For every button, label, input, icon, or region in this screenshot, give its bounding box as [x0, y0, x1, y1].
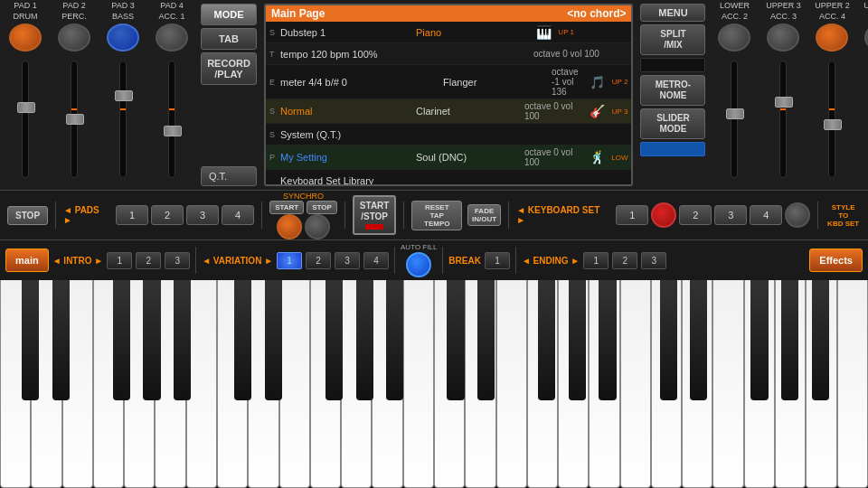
variation-1[interactable]: 1: [277, 252, 302, 269]
black-key-18[interactable]: [750, 280, 768, 400]
qt-button[interactable]: Q.T.: [201, 166, 257, 186]
black-key-10[interactable]: [386, 280, 403, 400]
fade-button[interactable]: FADEIN/OUT: [467, 204, 501, 226]
black-key-16[interactable]: [660, 280, 677, 400]
effects-button[interactable]: Effects: [809, 249, 863, 272]
synchro-round-1[interactable]: [277, 214, 302, 239]
slider-mode-button[interactable]: SLIDER MODE: [640, 108, 705, 139]
display-row-3[interactable]: E meter 4/4 b/# 0 Flanger octave -1 vol …: [266, 65, 631, 99]
pad-btn-r2[interactable]: [767, 23, 799, 52]
row-details-2: octave 0 vol 100: [533, 49, 627, 59]
pad-num-3[interactable]: 3: [186, 205, 219, 225]
display-row-2[interactable]: T tempo 120 bpm 100% octave 0 vol 100: [266, 43, 631, 65]
white-key-24[interactable]: [712, 280, 743, 488]
piano-section: [0, 280, 868, 488]
kbd-num-1[interactable]: 1: [616, 205, 648, 225]
pad-btn-r4[interactable]: [864, 23, 868, 52]
display-row-7[interactable]: Keyboard Set Library: [266, 170, 631, 186]
row-instrument-4: Clarinet: [416, 106, 524, 117]
white-key-28[interactable]: [837, 280, 868, 488]
black-key-20[interactable]: [812, 280, 829, 400]
kbd-num-2[interactable]: 2: [679, 205, 712, 225]
black-key-14[interactable]: [569, 280, 586, 400]
fader-thumb-1[interactable]: [17, 102, 35, 113]
black-key-17[interactable]: [690, 280, 707, 400]
fader-track-r1[interactable]: [731, 61, 738, 178]
pad-num-2[interactable]: 2: [151, 205, 184, 225]
pad-btn-3[interactable]: [107, 23, 139, 52]
main-button[interactable]: main: [5, 249, 49, 272]
black-key-1[interactable]: [22, 280, 39, 400]
pad-btn-4[interactable]: [156, 23, 188, 52]
pad-num-4[interactable]: 4: [222, 205, 254, 225]
white-key-14[interactable]: [403, 280, 434, 488]
fader-track-r3[interactable]: [828, 61, 835, 178]
display-row-6[interactable]: P My Setting Soul (DNC) octave 0 vol 100…: [266, 145, 631, 170]
row-name-6: My Setting: [280, 152, 416, 163]
metronome-button[interactable]: METRO- NOME: [640, 75, 705, 106]
synchro-start-btn[interactable]: START: [269, 201, 304, 214]
ending-1[interactable]: 1: [583, 252, 609, 269]
black-key-4[interactable]: [143, 280, 160, 400]
fader-thumb-r3[interactable]: [824, 119, 842, 130]
kbd-round-1[interactable]: [651, 202, 676, 228]
black-key-15[interactable]: [599, 280, 616, 400]
variation-3[interactable]: 3: [335, 252, 360, 269]
variation-4[interactable]: 4: [363, 252, 389, 269]
break-1[interactable]: 1: [485, 252, 510, 269]
black-key-12[interactable]: [477, 280, 495, 400]
black-key-5[interactable]: [174, 280, 191, 400]
synchro-round-2[interactable]: [305, 214, 330, 239]
fader-track-4[interactable]: [168, 61, 175, 178]
intro-1[interactable]: 1: [107, 252, 132, 269]
black-key-19[interactable]: [781, 280, 798, 400]
fader-thumb-4[interactable]: [164, 126, 182, 136]
black-key-2[interactable]: [52, 280, 70, 400]
mode-button[interactable]: MODE: [201, 4, 257, 25]
ending-2[interactable]: 2: [612, 252, 637, 269]
tab-button[interactable]: TAB: [201, 28, 257, 50]
kbd-num-3[interactable]: 3: [714, 205, 747, 225]
fader-track-r2[interactable]: [779, 61, 787, 178]
kbd-num-4[interactable]: 4: [750, 205, 782, 225]
black-key-7[interactable]: [265, 280, 282, 400]
fader-thumb-r1[interactable]: [726, 108, 744, 119]
split-mix-button[interactable]: SPLIT /MIX: [640, 24, 705, 55]
fader-track-1[interactable]: [22, 61, 29, 178]
pad-btn-r3[interactable]: [816, 23, 848, 52]
ending-3[interactable]: 3: [641, 252, 666, 269]
black-key-11[interactable]: [447, 280, 464, 400]
auto-fill-button[interactable]: [406, 252, 431, 277]
black-key-8[interactable]: [326, 280, 343, 400]
display-row-4[interactable]: S Normal Clarinet octave 0 vol 100 🎸 UP …: [266, 99, 631, 124]
record-play-button[interactable]: RECORD /PLAY: [201, 52, 257, 85]
display-row-5[interactable]: S System (Q.T.): [266, 124, 631, 145]
black-key-9[interactable]: [356, 280, 373, 400]
pad-btn-r1[interactable]: [718, 23, 750, 52]
intro-2[interactable]: 2: [136, 252, 161, 269]
white-key-10[interactable]: [279, 280, 310, 488]
black-key-13[interactable]: [538, 280, 555, 400]
black-key-6[interactable]: [234, 280, 251, 400]
fader-r1: [731, 52, 738, 188]
split-mix-slider[interactable]: [640, 58, 705, 72]
black-key-3[interactable]: [113, 280, 130, 400]
synchro-stop-btn[interactable]: STOP: [307, 201, 337, 214]
fader-thumb-3[interactable]: [115, 90, 133, 101]
intro-3[interactable]: 3: [165, 252, 190, 269]
reset-button[interactable]: RESETTAP TEMPO: [411, 201, 462, 230]
fader-track-3[interactable]: [119, 61, 127, 178]
fader-thumb-2[interactable]: [66, 114, 84, 125]
pad-btn-1[interactable]: [9, 23, 42, 52]
display-row-1[interactable]: S Dubstep 1 Piano 🎹 UP 1: [266, 22, 631, 43]
variation-2[interactable]: 2: [306, 252, 331, 269]
fader-thumb-r2[interactable]: [775, 97, 793, 108]
stop-button[interactable]: STOP: [7, 206, 48, 225]
white-key-21[interactable]: [620, 280, 651, 488]
start-stop-button[interactable]: START/STOP: [353, 195, 397, 235]
pad-num-1[interactable]: 1: [116, 205, 148, 225]
fader-track-2[interactable]: [71, 61, 78, 178]
kbd-round-2[interactable]: [785, 202, 810, 228]
white-key-17[interactable]: [496, 280, 527, 488]
pad-btn-2[interactable]: [58, 23, 90, 52]
